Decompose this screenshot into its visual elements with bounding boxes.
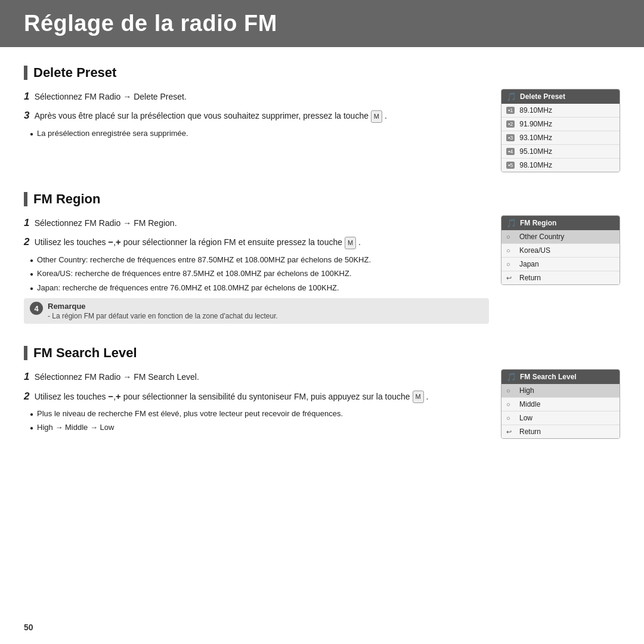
panel-fm-region: 🎵 FM Region ○ Other Country ○ Korea/US ○… [501, 215, 620, 285]
panel-fm-search-box: 🎵 FM Search Level ○ High ○ Middle ○ Low … [501, 369, 620, 439]
section-fm-region: 1 Sélectionnez FM Radio → FM Region. 2 U… [24, 215, 620, 326]
page-header: Réglage de la radio FM [0, 0, 644, 47]
return-icon-search: ↩ [506, 428, 516, 436]
panel-delete-preset-box: 🎵 Delete Preset ▪1 89.10MHz ▪2 91.90MHz … [501, 89, 620, 172]
step-1-search: 1 Sélectionnez FM Radio → FM Search Leve… [24, 369, 489, 385]
panel-delete-preset: 🎵 Delete Preset ▪1 89.10MHz ▪2 91.90MHz … [501, 89, 620, 172]
radio-icon-low: ○ [506, 414, 516, 422]
bullet-search-2: High → Middle → Low [30, 422, 489, 434]
panel-fm-region-header: 🎵 FM Region [501, 216, 620, 230]
freq-badge-3: ▪3 [506, 134, 515, 141]
freq-badge-2: ▪2 [506, 120, 515, 128]
radio-icon-japan: ○ [506, 261, 516, 268]
panel-item-high[interactable]: ○ High [501, 384, 620, 398]
bullet-region-1: Other Country: recherche de fréquences e… [30, 254, 489, 266]
radio-icon-other: ○ [506, 233, 516, 240]
bullet-region-2: Korea/US: recherche de fréquences entre … [30, 268, 489, 280]
step-3-delete: 3 Après vous être placé sur la présélect… [24, 108, 489, 123]
section-fm-search-text: 1 Sélectionnez FM Radio → FM Search Leve… [24, 369, 501, 434]
panel-delete-icon: 🎵 [506, 92, 516, 101]
step-2-search: 2 Utilisez les touches −,+ pour sélectio… [24, 389, 489, 404]
key-m-icon: M [371, 110, 382, 123]
panel-item-freq1[interactable]: ▪1 89.10MHz [501, 104, 620, 117]
panel-item-korea-us[interactable]: ○ Korea/US [501, 244, 620, 258]
key-m-region-icon: M [345, 237, 356, 249]
panel-item-freq3[interactable]: ▪3 93.10MHz [501, 131, 620, 145]
panel-item-return-search[interactable]: ↩ Return [501, 425, 620, 438]
panel-fm-search-level: 🎵 FM Search Level ○ High ○ Middle ○ Low … [501, 369, 620, 439]
step-1-region: 1 Sélectionnez FM Radio → FM Region. [24, 215, 489, 231]
section-title-fm-region: FM Region [24, 191, 620, 207]
panel-item-middle[interactable]: ○ Middle [501, 398, 620, 411]
radio-icon-middle: ○ [506, 401, 516, 408]
panel-item-return-region[interactable]: ↩ Return [501, 271, 620, 284]
section-delete-preset: 1 Sélectionnez FM Radio → Delete Preset.… [24, 89, 620, 172]
panel-item-freq2[interactable]: ▪2 91.90MHz [501, 117, 620, 131]
panel-search-icon: 🎵 [506, 372, 516, 382]
remarque-icon: 4 [30, 302, 43, 315]
panel-item-other-country[interactable]: ○ Other Country [501, 230, 620, 244]
panel-delete-preset-header: 🎵 Delete Preset [501, 89, 620, 104]
section-delete-preset-text: 1 Sélectionnez FM Radio → Delete Preset.… [24, 89, 501, 139]
main-content: Delete Preset 1 Sélectionnez FM Radio → … [0, 65, 644, 439]
panel-fm-region-box: 🎵 FM Region ○ Other Country ○ Korea/US ○… [501, 215, 620, 285]
key-m-search-icon: M [413, 391, 424, 403]
return-icon-region: ↩ [506, 274, 516, 282]
panel-item-japan[interactable]: ○ Japan [501, 258, 620, 271]
section-title-fm-search-level: FM Search Level [24, 345, 620, 361]
panel-item-freq5[interactable]: ▪5 98.10MHz [501, 159, 620, 172]
panel-region-icon: 🎵 [506, 218, 516, 228]
panel-fm-search-header: 🎵 FM Search Level [501, 370, 620, 384]
freq-badge-4: ▪4 [506, 148, 515, 155]
radio-icon-high: ○ [506, 387, 516, 394]
radio-icon-korea: ○ [506, 247, 516, 254]
freq-badge-5: ▪5 [506, 162, 515, 169]
bullet-region-3: Japan: recherche de fréquences entre 76.… [30, 282, 489, 294]
section-title-delete-preset: Delete Preset [24, 65, 620, 80]
freq-badge-1: ▪1 [506, 107, 515, 114]
section-fm-search-level: 1 Sélectionnez FM Radio → FM Search Leve… [24, 369, 620, 439]
remarque-box: 4 Remarque - La région FM par défaut var… [24, 298, 489, 324]
page-title: Réglage de la radio FM [24, 11, 620, 36]
bullet-delete-1: La présélection enregistrée sera supprim… [30, 128, 489, 140]
step-2-region: 2 Utilisez les touches −,+ pour sélectio… [24, 234, 489, 250]
page-number: 50 [24, 623, 33, 632]
panel-item-low[interactable]: ○ Low [501, 411, 620, 425]
section-fm-region-text: 1 Sélectionnez FM Radio → FM Region. 2 U… [24, 215, 501, 326]
bullet-search-1: Plus le niveau de recherche FM est élevé… [30, 408, 489, 420]
step-1-delete: 1 Sélectionnez FM Radio → Delete Preset. [24, 89, 489, 104]
panel-item-freq4[interactable]: ▪4 95.10MHz [501, 145, 620, 159]
